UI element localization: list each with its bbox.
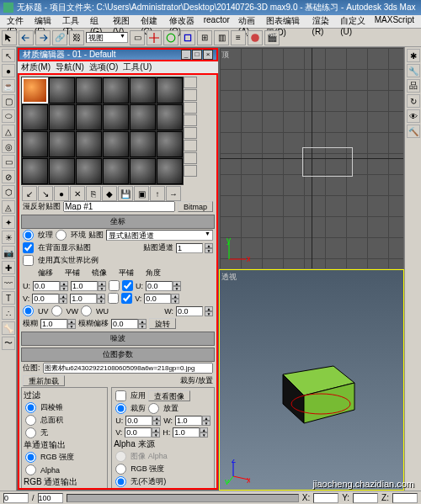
- tube-icon[interactable]: ⊘: [2, 170, 15, 183]
- sample-slot-14[interactable]: [49, 131, 75, 157]
- sample-slot-9[interactable]: [76, 104, 102, 130]
- sample-slot-3[interactable]: [76, 77, 102, 103]
- sample-slot-5[interactable]: [130, 77, 156, 103]
- map-channel-input[interactable]: [176, 243, 203, 253]
- sample-slot-8[interactable]: [49, 104, 75, 130]
- torus-icon[interactable]: ◎: [2, 140, 15, 153]
- cylinder-icon[interactable]: ⬭: [2, 109, 15, 123]
- snap-icon[interactable]: ⊞: [197, 30, 212, 45]
- hierarchy-panel-icon[interactable]: 品: [407, 79, 420, 93]
- utilities-panel-icon[interactable]: 🔨: [407, 125, 420, 138]
- map-name-input[interactable]: [63, 201, 175, 212]
- filter-sa-radio[interactable]: [25, 415, 36, 426]
- v-tiling-input[interactable]: [70, 294, 97, 304]
- make-copy-icon[interactable]: ⎘: [86, 186, 101, 201]
- helper-icon[interactable]: ✚: [2, 261, 15, 274]
- move-icon[interactable]: [147, 30, 162, 45]
- background-icon[interactable]: [184, 102, 197, 114]
- timeline-start-input[interactable]: [3, 493, 29, 503]
- rotate-button[interactable]: 旋转: [149, 318, 176, 329]
- wireframe-box[interactable]: [302, 147, 353, 177]
- menu-graph[interactable]: 图表编辑器(D): [263, 15, 307, 28]
- v-mirror-checkbox[interactable]: [108, 293, 119, 304]
- show-end-result-icon[interactable]: ▣: [134, 186, 149, 201]
- spacewarp-icon[interactable]: 〜: [2, 337, 15, 350]
- redo-icon[interactable]: [35, 30, 51, 45]
- perspective-box-object[interactable]: [274, 358, 359, 425]
- mat-menu-navigate[interactable]: 导航(N): [56, 61, 84, 73]
- sample-slot-16[interactable]: [103, 131, 129, 157]
- bitmap-path-input[interactable]: [43, 363, 213, 374]
- menu-group[interactable]: 组(G): [87, 15, 108, 28]
- select-tool-icon[interactable]: ↖: [2, 49, 15, 62]
- crop-v-input[interactable]: [125, 427, 152, 438]
- perspective-viewport[interactable]: 透视 xyz: [219, 269, 404, 491]
- environment-radio[interactable]: [56, 230, 67, 241]
- alpha-rgb-radio[interactable]: [115, 464, 126, 475]
- sample-slot-20[interactable]: [49, 158, 75, 184]
- rgb-out-rgb-radio[interactable]: [25, 489, 36, 490]
- sample-slot-23[interactable]: [130, 158, 156, 184]
- place-radio[interactable]: [148, 403, 159, 414]
- display-panel-icon[interactable]: 👁: [407, 109, 420, 123]
- modify-panel-icon[interactable]: 🔧: [407, 64, 420, 77]
- crop-w-input[interactable]: [175, 416, 202, 426]
- sample-slot-24[interactable]: [157, 158, 183, 184]
- w-angle-input[interactable]: [176, 306, 203, 316]
- options-icon[interactable]: [184, 152, 197, 164]
- sample-slot-18[interactable]: [157, 131, 183, 157]
- bone-icon[interactable]: 🦴: [2, 321, 15, 335]
- blur-offset-input[interactable]: [111, 319, 138, 329]
- close-button[interactable]: ×: [203, 50, 213, 60]
- filter-none-radio[interactable]: [25, 427, 36, 438]
- view-image-button[interactable]: 查看图像: [148, 390, 190, 401]
- premult-checkbox[interactable]: [115, 489, 126, 490]
- menu-views[interactable]: 视图(V): [109, 15, 136, 28]
- timeline-slider[interactable]: [67, 494, 299, 502]
- blur-input[interactable]: [40, 319, 67, 329]
- timeline-end-input[interactable]: [38, 493, 63, 503]
- real-world-checkbox[interactable]: [23, 255, 34, 266]
- teapot-icon[interactable]: ☕: [2, 79, 15, 93]
- material-editor-titlebar[interactable]: 材质编辑器 - 01 - Default _ □ ×: [18, 48, 218, 61]
- show-back-checkbox[interactable]: [23, 242, 34, 253]
- backlight-icon[interactable]: [184, 89, 197, 101]
- sample-slot-2[interactable]: [49, 77, 75, 103]
- video-check-icon[interactable]: [184, 127, 197, 139]
- particle-icon[interactable]: ∴: [2, 306, 15, 320]
- mirror-icon[interactable]: ▥: [214, 30, 229, 45]
- coord-z-input[interactable]: [392, 493, 418, 503]
- create-panel-icon[interactable]: ✱: [407, 49, 420, 62]
- sample-slot-11[interactable]: [130, 104, 156, 130]
- minimize-button[interactable]: _: [181, 50, 191, 60]
- go-forward-icon[interactable]: →: [166, 186, 181, 201]
- maximize-button[interactable]: □: [192, 50, 202, 60]
- put-to-scene-icon[interactable]: ↘: [38, 186, 53, 201]
- filter-pyramid-radio[interactable]: [25, 402, 36, 413]
- crop-h-input[interactable]: [173, 427, 200, 438]
- preview-icon[interactable]: [184, 140, 197, 151]
- scale-icon[interactable]: [180, 30, 195, 45]
- u-angle-input[interactable]: [146, 281, 173, 291]
- select-region-icon[interactable]: ▭: [130, 30, 145, 45]
- sample-slot-13[interactable]: [22, 131, 48, 157]
- uv-tiling-icon[interactable]: [184, 114, 197, 126]
- reset-map-icon[interactable]: ✕: [70, 186, 85, 201]
- sample-slot-15[interactable]: [76, 131, 102, 157]
- put-to-library-icon[interactable]: 💾: [118, 186, 133, 201]
- u-tile-checkbox[interactable]: [122, 280, 133, 291]
- v-angle-input[interactable]: [144, 294, 171, 304]
- plane-icon[interactable]: ▭: [2, 155, 15, 168]
- sample-slot-6[interactable]: [157, 77, 183, 103]
- link-icon[interactable]: 🔗: [52, 30, 67, 45]
- map-type-button[interactable]: Bitmap: [178, 201, 213, 212]
- geosphere-icon[interactable]: ⬡: [2, 185, 15, 199]
- camera-icon[interactable]: 📷: [2, 246, 15, 259]
- top-viewport[interactable]: 顶 xy: [219, 47, 404, 269]
- assign-to-selection-icon[interactable]: ●: [54, 186, 69, 201]
- uv-radio[interactable]: [23, 305, 34, 316]
- get-material-icon[interactable]: ↙: [22, 186, 37, 201]
- coord-y-input[interactable]: [353, 493, 378, 503]
- noise-rollout-header[interactable]: 噪波: [21, 332, 215, 346]
- menu-file[interactable]: 文件(F): [3, 15, 29, 28]
